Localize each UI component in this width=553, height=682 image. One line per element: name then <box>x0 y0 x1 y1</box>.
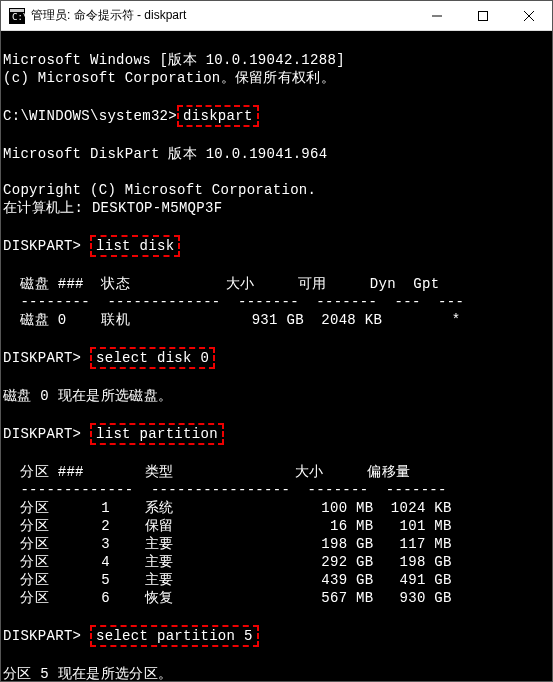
partition-row: 分区 4 主要 292 GB 198 GB <box>3 554 452 570</box>
terminal-output[interactable]: Microsoft Windows [版本 10.0.19042.1288] (… <box>1 31 552 681</box>
svg-rect-4 <box>479 11 488 20</box>
prompt: DISKPART> <box>3 426 81 442</box>
partition-row: 分区 2 保留 16 MB 101 MB <box>3 518 452 534</box>
partition-row: 分区 1 系统 100 MB 1024 KB <box>3 500 452 516</box>
close-button[interactable] <box>506 1 552 30</box>
partition-row: 分区 6 恢复 567 MB 930 GB <box>3 590 452 606</box>
cmd-icon: C:\ <box>9 8 25 24</box>
partition-row: 分区 3 主要 198 GB 117 MB <box>3 536 452 552</box>
cmd-diskpart: diskpart <box>177 105 259 127</box>
disk-header: 磁盘 ### 状态 大小 可用 Dyn Gpt <box>3 276 439 292</box>
svg-text:C:\: C:\ <box>12 12 25 22</box>
prompt: DISKPART> <box>3 238 81 254</box>
text-line: Microsoft Windows [版本 10.0.19042.1288] <box>3 52 345 68</box>
prompt: DISKPART> <box>3 350 81 366</box>
titlebar[interactable]: C:\ 管理员: 命令提示符 - diskpart <box>1 1 552 31</box>
app-window: C:\ 管理员: 命令提示符 - diskpart Microsoft Wind… <box>0 0 553 682</box>
cmd-list-disk: list disk <box>90 235 180 257</box>
partition-divider: ------------- ---------------- ------- -… <box>3 482 447 498</box>
cmd-select-disk: select disk 0 <box>90 347 215 369</box>
window-title: 管理员: 命令提示符 - diskpart <box>31 7 414 24</box>
text-line: (c) Microsoft Corporation。保留所有权利。 <box>3 70 335 86</box>
cmd-list-partition: list partition <box>90 423 224 445</box>
text-line: 分区 5 现在是所选分区。 <box>3 666 172 681</box>
text-line: Microsoft DiskPart 版本 10.0.19041.964 <box>3 146 327 162</box>
text-line: Copyright (C) Microsoft Corporation. <box>3 182 316 198</box>
cmd-select-partition: select partition 5 <box>90 625 259 647</box>
disk-divider: -------- ------------- ------- ------- -… <box>3 294 464 310</box>
maximize-button[interactable] <box>460 1 506 30</box>
text-line: 在计算机上: DESKTOP-M5MQP3F <box>3 200 222 216</box>
prompt: C:\WINDOWS\system32> <box>3 108 177 124</box>
partition-row: 分区 5 主要 439 GB 491 GB <box>3 572 452 588</box>
disk-row: 磁盘 0 联机 931 GB 2048 KB * <box>3 312 460 328</box>
minimize-button[interactable] <box>414 1 460 30</box>
partition-header: 分区 ### 类型 大小 偏移量 <box>3 464 410 480</box>
window-controls <box>414 1 552 30</box>
prompt: DISKPART> <box>3 628 81 644</box>
text-line: 磁盘 0 现在是所选磁盘。 <box>3 388 172 404</box>
